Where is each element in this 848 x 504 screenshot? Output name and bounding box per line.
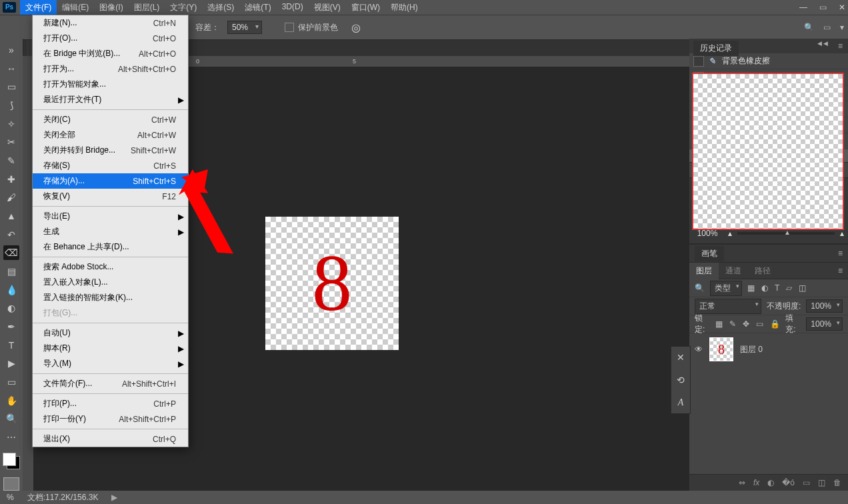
lock-artboard-icon[interactable]: ▭ [756, 319, 763, 329]
minimize-icon[interactable]: ― [799, 3, 807, 12]
menu-item[interactable]: 打开为智能对象... [33, 77, 188, 92]
menu-item[interactable]: 打开(O)...Ctrl+O [33, 31, 188, 46]
pen-tool[interactable]: ✒ [3, 319, 19, 334]
workspace-menu-icon[interactable]: ▾ [840, 23, 844, 32]
menu-item[interactable]: 打印(P)...Ctrl+P [33, 396, 188, 411]
quick-mask-icon[interactable] [3, 477, 19, 491]
crop-tool[interactable]: ✂ [3, 135, 19, 149]
lock-pixels-icon[interactable]: ▦ [715, 319, 723, 329]
type-tool[interactable]: T [3, 338, 19, 353]
menu-item[interactable]: 自动(U)▶ [33, 325, 188, 341]
menu-item[interactable]: 打印一份(Y)Alt+Shift+Ctrl+P [33, 411, 188, 427]
fx-icon[interactable]: fx [753, 478, 759, 487]
menu-item[interactable]: 在 Behance 上共享(D)... [33, 239, 188, 255]
shape-tool[interactable]: ▭ [3, 375, 19, 389]
tolerance-dropdown[interactable]: 50% [227, 21, 262, 34]
channels-tab[interactable]: 通道 [719, 263, 748, 279]
zoom-value[interactable]: 100% [692, 229, 723, 238]
menu-item[interactable]: 置入链接的智能对象(K)... [33, 290, 188, 305]
fill-adjust-icon[interactable]: �ó [782, 478, 795, 487]
lock-move-icon[interactable]: ✥ [743, 319, 749, 329]
layer-name[interactable]: 图层 0 [740, 344, 763, 355]
status-menu-icon[interactable]: ▶ [111, 493, 117, 502]
lasso-tool[interactable]: ⟆ [3, 98, 19, 113]
menu-item[interactable]: 存储(S)Ctrl+S [33, 158, 188, 173]
new-layer-icon[interactable]: ◫ [818, 478, 825, 487]
menu-0[interactable]: 文件(F) [20, 0, 57, 15]
menu-item[interactable]: 置入嵌入对象(L)... [33, 275, 188, 290]
maximize-icon[interactable]: ▭ [819, 3, 827, 12]
menu-item[interactable]: 关闭(C)Ctrl+W [33, 112, 188, 127]
stamp-tool[interactable]: ▲ [3, 209, 19, 223]
panel-menu-icon[interactable]: ≡ [838, 249, 843, 258]
hand-tool[interactable]: ✋ [3, 393, 19, 408]
glyphs-icon[interactable]: A [678, 397, 684, 408]
paths-tab[interactable]: 路径 [748, 263, 777, 279]
menu-10[interactable]: 帮助(H) [385, 0, 423, 15]
fill-value[interactable]: 100% [806, 317, 843, 331]
layer-thumbnail[interactable]: 8 [709, 337, 733, 361]
zoom-slider[interactable]: ▲ [737, 232, 835, 235]
marquee-tool[interactable]: ▭ [3, 79, 19, 94]
menu-item[interactable]: 导出(E)▶ [33, 209, 188, 224]
menu-4[interactable]: 文字(Y) [165, 0, 202, 15]
status-zoom[interactable]: % [7, 493, 14, 502]
blend-mode-dropdown[interactable]: 正常 [695, 299, 761, 314]
dodge-tool[interactable]: ◐ [3, 301, 19, 315]
lock-icons[interactable]: ▦ ✎ ✥ ▭ 🔒 [715, 319, 780, 329]
menu-item[interactable]: 脚本(R)▶ [33, 341, 188, 356]
menu-item[interactable]: 搜索 Adobe Stock... [33, 259, 188, 275]
color-swatches[interactable] [3, 453, 20, 470]
menu-3[interactable]: 图层(L) [129, 0, 165, 15]
trash-icon[interactable]: 🗑 [833, 478, 841, 487]
panel-menu-icon[interactable]: ≡ [838, 266, 843, 275]
sample-ring-icon[interactable]: ◎ [351, 21, 361, 34]
move-tool[interactable]: ↔ [3, 61, 19, 76]
layer-row[interactable]: 👁 8 图层 0 [689, 333, 848, 365]
gradient-tool[interactable]: ▤ [3, 264, 19, 279]
zoom-in-icon[interactable]: ▴ [840, 229, 844, 238]
menu-8[interactable]: 视图(V) [309, 0, 346, 15]
group-icon[interactable]: ▭ [803, 478, 810, 487]
edit-toolbar[interactable]: ⋯ [3, 430, 19, 445]
menu-item[interactable]: 新建(N)...Ctrl+N [33, 15, 188, 31]
menu-item[interactable]: 存储为(A)...Shift+Ctrl+S [33, 173, 188, 189]
zoom-out-icon[interactable]: ▴ [728, 229, 732, 238]
layer-filter-icons[interactable]: ▦ ◐ T ▱ ◫ [747, 283, 806, 293]
lock-brush-icon[interactable]: ✎ [729, 319, 736, 329]
close-icon[interactable]: ✕ [839, 3, 845, 12]
menu-item[interactable]: 最近打开文件(T)▶ [33, 92, 188, 107]
menu-9[interactable]: 窗口(W) [346, 0, 385, 15]
eyedropper-tool[interactable]: ✎ [3, 153, 19, 168]
workspace-icon[interactable]: ▭ [823, 23, 831, 32]
shape-filter-icon[interactable]: ▱ [786, 283, 792, 293]
menu-item[interactable]: 导入(M)▶ [33, 356, 188, 371]
adjust-icon[interactable]: ✕ [677, 352, 685, 363]
cc-libraries-icon[interactable]: ⟲ [677, 375, 685, 385]
menu-item[interactable]: 关闭并转到 Bridge...Shift+Ctrl+W [33, 143, 188, 158]
checkbox-icon[interactable] [285, 23, 294, 32]
menu-item[interactable]: 恢复(V)F12 [33, 189, 188, 204]
protect-fg[interactable]: 保护前景色 [285, 22, 338, 33]
pixel-filter-icon[interactable]: ▦ [747, 283, 755, 293]
smart-filter-icon[interactable]: ◫ [799, 283, 806, 293]
link-icon[interactable]: ⇔ [739, 478, 745, 487]
panel-menu-icon[interactable]: ≡ [838, 41, 843, 51]
adjust-filter-icon[interactable]: ◐ [761, 283, 768, 293]
mask-icon[interactable]: ◐ [767, 478, 774, 487]
menu-1[interactable]: 编辑(E) [57, 0, 94, 15]
zoom-tool[interactable]: 🔍 [3, 411, 19, 426]
menu-item[interactable]: 生成▶ [33, 224, 188, 239]
eraser-tool[interactable]: ⌫ [3, 245, 19, 260]
brush-tab[interactable]: 画笔 [695, 246, 724, 261]
menu-item[interactable]: 文件简介(F)...Alt+Shift+Ctrl+I [33, 376, 188, 391]
type-filter-icon[interactable]: T [775, 283, 779, 293]
panel-collapse-icon[interactable]: ◀◀ [817, 40, 829, 47]
layer-filter-dropdown[interactable]: 类型 [710, 281, 742, 296]
quick-select-tool[interactable]: ✧ [3, 117, 19, 131]
menu-item[interactable]: 在 Bridge 中浏览(B)...Alt+Ctrl+O [33, 46, 188, 61]
brush-tool[interactable]: 🖌 [3, 190, 19, 205]
menu-item[interactable]: 退出(X)Ctrl+Q [33, 431, 188, 447]
lock-all-icon[interactable]: 🔒 [770, 319, 780, 329]
history-item[interactable]: ✎背景色橡皮擦 [689, 53, 848, 69]
